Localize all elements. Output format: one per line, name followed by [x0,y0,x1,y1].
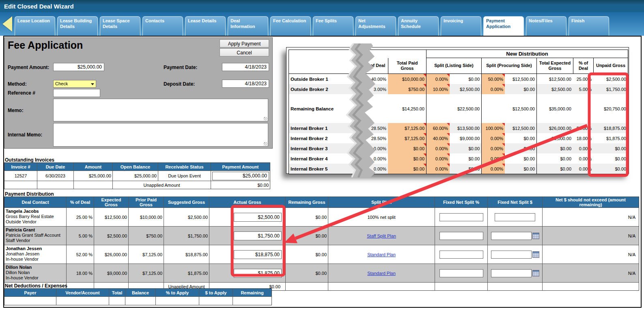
ol-spacer-cell [536,115,573,123]
cancel-button[interactable]: Cancel [220,48,269,56]
tab-label: Lease Details [188,18,216,23]
deposit-date-input[interactable] [222,80,269,88]
ol-split-procuring-amt: $12,500.00 [505,74,536,84]
tab-invoicing[interactable]: Invoicing [441,16,481,36]
pd-contact-name: Patricia Grant [6,227,65,233]
new-distribution-screenshot-overlay: New Distribution% of DealTotal Paid Gros… [286,47,629,174]
calculator-icon[interactable] [532,251,539,258]
ol-expected-gross: $0.00 [536,164,573,174]
pd-contact-row: Dillon NolanDillon NolanIn-house Vendor1… [4,264,639,282]
payment-amount-input[interactable] [53,63,104,71]
actual-gross-input[interactable] [234,231,282,240]
fixed-net-split-pct-input[interactable] [439,251,483,259]
window-title-bar: Edit Closed Deal Wizard [0,0,644,12]
apply-payment-button[interactable]: Apply Payment [220,39,269,48]
payment-date-label: Payment Date: [164,65,197,70]
back-arrow-icon[interactable] [2,16,12,32]
tab-payment-application[interactable]: Payment Application [483,16,524,36]
ol-split-listing-pct: 0.00% [426,74,450,84]
oi-header-cell: Invoice # [4,163,37,171]
tab-lease-details[interactable]: Lease Details [185,16,226,36]
pd-contact-vendor-type: In-house Vendor [6,257,65,262]
ol-split-listing-pct: 10.00% [426,84,450,94]
oi-header-cell: Due Date [37,163,73,171]
ol-broker-row: Internal Broker 128.50%$7,125.0060.00%$1… [289,123,628,133]
ol-row-label: Internal Broker 4 [289,153,362,164]
pd-contact-name: Dillon Nolan [6,265,65,270]
ol-old-pct: 0.00% [362,153,388,164]
tab-lease-space-details[interactable]: Lease Space Details [100,16,140,36]
pd-fixed-net-split-pct-cell [435,245,487,264]
ol-old-pct: 0.00% [362,164,388,174]
calculator-icon[interactable] [532,270,539,277]
oi-invoice-number: 12527 [4,171,37,181]
fixed-net-split-pct-input[interactable] [439,213,483,221]
ol-broker-row: Internal Broker 50.00%$0.000.00%$0.000.0… [289,164,628,174]
ol-broker-row: Outside Broker 140.00%$10,000.000.00%$0.… [289,74,628,84]
tab-contacts[interactable]: Contacts [142,16,183,36]
nd-empty-cell [233,297,271,305]
pd-header-cell: Split Plan [328,197,435,207]
reference-input[interactable] [53,89,100,97]
ol-row-label: Internal Broker 2 [289,133,362,143]
split-plan-link[interactable]: Standard Plan [367,271,396,276]
tab-deal-information[interactable]: Deal Information [228,16,268,36]
oi-unapplied-row: Unapplied Amount$0.00 [4,181,270,189]
tab-fee-calculation[interactable]: Fee Calculation [270,16,311,36]
ol-header-cell: Total Expected Gross [536,58,573,74]
tab-annuity-schedule[interactable]: Annuity Schedule [398,16,439,36]
pd-contact-row: Tangela JacobsGross Barry Real EstateOut… [4,207,639,226]
ol-spacer-cell [426,115,450,123]
memo-textarea[interactable] [53,99,268,121]
actual-gross-input[interactable] [234,250,282,259]
split-plan-link[interactable]: Staff Split Plan [367,233,396,238]
tab-fee-splits[interactable]: Fee Splits [313,16,353,36]
oi-due-date: 6/30/2023 [37,171,73,181]
ol-spacer-cell [505,115,536,123]
method-select[interactable]: Check [53,80,96,88]
ol-paid-gross: $0.00 [388,164,426,174]
pd-deal-contact-cell: Jonathan JessenJonathan JessenIn-house V… [4,245,66,264]
ol-unpaid-gross: $2,500.00 [593,74,628,84]
tab-label: Invoicing [444,18,463,23]
fixed-net-split-pct-input[interactable] [439,232,483,240]
tab-finish[interactable]: Finish [569,16,609,36]
pd-split-plan-cell: 100% net split [328,208,435,226]
pd-header-cell: Deal Contact [4,197,66,207]
tab-label: Lease Building Details [60,18,92,29]
ol-spacer-cell [536,94,573,103]
fixed-net-split-amt-input[interactable] [495,213,535,221]
calculator-icon[interactable] [532,233,539,239]
oi-footer-empty [4,181,37,189]
pd-expected-gross: $9,000.00 [94,264,128,282]
ol-old-pct: 40.00% [362,74,388,84]
tab-lease-building-details[interactable]: Lease Building Details [57,16,98,36]
ol-split-listing-pct: 0.00% [426,143,450,153]
oi-header-cell: Open Balance [112,163,158,171]
pd-pct-of-deal: 18.00 % [66,264,94,282]
payment-date-input[interactable] [222,63,269,71]
tab-label: Deal Information [230,18,255,29]
actual-gross-input[interactable] [234,213,282,222]
split-plan-link[interactable]: Standard Plan [367,252,396,257]
ol-split-procuring-amt: $12,500.00 [505,103,536,115]
ol-split-procuring-pct: 0.00% [481,164,505,174]
fixed-net-split-amt-input[interactable] [491,232,532,240]
ol-row-label: Outside Broker 1 [289,74,362,84]
oi-payment-amount-input[interactable] [212,172,269,180]
fixed-net-split-amt-input[interactable] [491,269,532,277]
fixed-net-split-pct-input[interactable] [439,269,483,277]
internal-memo-textarea[interactable] [53,123,268,147]
tab-net-adjustments[interactable]: Net Adjustments [355,16,396,36]
ol-expected-gross: $26,000.00 [536,123,573,133]
tab-lease-location[interactable]: Lease Location [15,16,55,36]
ol-unpaid-gross: $1,750.00 [593,84,628,94]
ol-old-pct: 28.50% [362,133,388,143]
pd-header-cell: Fixed Net Split % [435,197,487,207]
tab-notes-files[interactable]: Notes/Files [526,16,566,36]
pd-prior-paid-gross: $7,125.00 [128,245,164,264]
fixed-net-split-amt-input[interactable] [491,251,532,259]
tab-label: Fee Calculation [273,18,306,23]
ol-spacer-cell [362,94,388,103]
actual-gross-input[interactable] [234,269,282,278]
